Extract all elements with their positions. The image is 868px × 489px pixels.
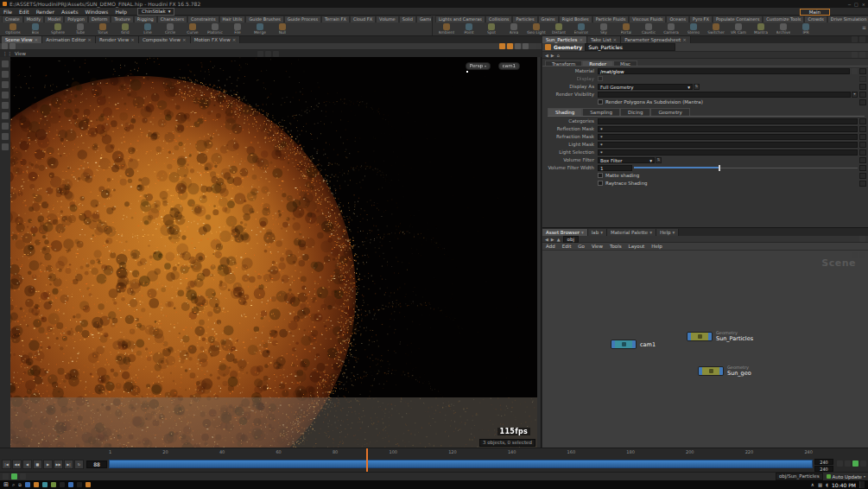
render-visibility-field[interactable] (598, 92, 851, 98)
shelf-tab[interactable]: Populate Containers (713, 16, 763, 22)
shelf-tool[interactable]: Archive (772, 22, 795, 36)
parm-menu-icon[interactable] (859, 165, 866, 171)
chevron-down-icon[interactable]: ▾ (852, 92, 858, 98)
shelf-tool[interactable]: Curve (181, 22, 204, 36)
message-log-icon[interactable] (3, 473, 9, 479)
shelf-tool[interactable]: Environ (570, 22, 592, 36)
shelf-tool[interactable]: Camera (660, 22, 682, 36)
transport-button[interactable]: ◀◀ (12, 460, 22, 469)
network-path[interactable]: obj (563, 236, 579, 243)
pane-tab[interactable]: Scene View× (2, 36, 42, 43)
notification-center-icon[interactable] (859, 481, 865, 488)
network-node[interactable]: Geometry Sun_Particles (687, 332, 790, 344)
shelf-tool[interactable]: Spot (480, 22, 503, 36)
shelf-tab[interactable]: Guide Process (284, 16, 321, 22)
parameter-field[interactable]: * (598, 134, 858, 140)
parm-menu-icon[interactable] (859, 84, 866, 90)
parameter-tab[interactable]: Misc (613, 60, 637, 66)
shelf-tool[interactable]: Geo Light (525, 22, 548, 36)
transport-button[interactable]: ▶ (43, 460, 53, 469)
shelf-tool[interactable]: Sphere (47, 22, 69, 36)
transport-button[interactable]: ■ (33, 460, 42, 469)
close-icon[interactable]: × (182, 36, 187, 43)
current-frame-marker[interactable] (366, 448, 368, 473)
shelf-tab[interactable]: Cloud FX (350, 16, 376, 22)
shelf-tab[interactable]: Drive Simulation (827, 16, 868, 22)
tray-expand-icon[interactable]: ∧ (811, 482, 814, 487)
pane-tab[interactable]: Motion FX View× (191, 36, 241, 43)
shelf-tab[interactable]: Modify (23, 16, 45, 22)
network-tab[interactable]: lab▾ (588, 229, 607, 236)
viewport-tool-icon[interactable] (2, 143, 9, 150)
shelf-tab[interactable]: Solid (399, 16, 416, 22)
pane-tab[interactable]: Take List× (587, 36, 621, 43)
node-body[interactable] (702, 367, 719, 375)
main-desktop-button[interactable]: Main (800, 9, 830, 16)
shelf-tool[interactable]: Ambient (435, 22, 458, 36)
close-icon[interactable]: × (130, 36, 135, 43)
task-view-icon[interactable]: ⧉ (18, 482, 22, 488)
forward-icon[interactable]: ▶ (551, 237, 554, 242)
shelf-tool[interactable]: Sky (592, 22, 615, 36)
viewport[interactable]: Persp▾ cam1 115fps 3 objects, 0 selected (10, 57, 537, 448)
up-icon[interactable]: ▲ (557, 237, 561, 242)
close-icon[interactable]: × (35, 36, 39, 43)
menu-render[interactable]: Render (33, 8, 58, 16)
volume-filter-width-field[interactable]: 1 (598, 165, 632, 171)
grid-snap-icon[interactable] (852, 252, 858, 258)
shelf-tab[interactable]: Particle Fluids (592, 16, 630, 22)
viewport-tool-icon[interactable] (2, 60, 9, 67)
shelf-tool[interactable]: Options (2, 22, 24, 36)
shelf-tab[interactable]: Lights and Cameras (435, 16, 485, 22)
parameter-field[interactable]: * (598, 126, 858, 132)
shelf-tool[interactable]: Area (503, 22, 525, 36)
drag-handle-icon[interactable]: ⋮⋮ (3, 51, 12, 56)
camera-view-button[interactable]: cam1 (498, 62, 520, 70)
menu-edit[interactable]: Edit (16, 8, 33, 16)
matte-checkbox[interactable] (598, 173, 603, 178)
layout-split-icon[interactable] (273, 51, 279, 57)
pane-tab[interactable]: Sun_Particles× (542, 36, 587, 43)
update-mode-selector[interactable]: Auto Update ▾ (827, 474, 865, 479)
transport-button[interactable]: ▶▶ (54, 460, 63, 469)
viewport-tool-icon[interactable] (2, 102, 9, 109)
app-icon[interactable] (34, 482, 39, 487)
pane-tab[interactable]: Render View× (96, 36, 139, 43)
raytrace-checkbox[interactable] (598, 181, 603, 186)
highlight-toggle-icon[interactable] (499, 43, 505, 49)
shelf-tab[interactable]: Model (44, 16, 64, 22)
search-icon[interactable]: ⌕ (12, 481, 15, 488)
back-icon[interactable]: ◀ (545, 237, 548, 242)
close-icon[interactable]: × (232, 36, 237, 43)
network-menu-item[interactable]: Tools (606, 244, 625, 249)
viewport-tool-icon[interactable] (2, 123, 9, 130)
parm-menu-icon[interactable] (859, 68, 866, 74)
shelf-tab[interactable]: Texture (111, 16, 133, 22)
camera-menu-icon[interactable] (10, 43, 16, 49)
app-icon[interactable] (51, 482, 56, 487)
parm-menu-icon[interactable] (859, 149, 866, 156)
desktop-selector[interactable]: ChinStilak▾ (137, 8, 174, 16)
network-menu-item[interactable]: Layout (625, 244, 649, 249)
subtab[interactable]: Sampling (582, 108, 620, 116)
layout-quad-icon[interactable] (265, 51, 271, 57)
viewport-tool-icon[interactable] (2, 133, 9, 140)
menu-file[interactable]: File (0, 8, 16, 16)
shelf-tool[interactable]: Stereo (682, 22, 705, 36)
snapshot-icon[interactable] (17, 43, 23, 49)
maximize-icon[interactable]: □ (854, 2, 858, 7)
subtab[interactable]: Shading (548, 108, 582, 116)
shelf-tab[interactable]: Customize Tools (763, 16, 804, 22)
shelf-tab[interactable]: Create (2, 16, 23, 22)
playbar-track[interactable] (109, 460, 813, 468)
close-icon[interactable]: × (87, 36, 92, 43)
shelf-tab[interactable]: Hair Utils (219, 16, 246, 22)
network-menu-item[interactable]: Help (648, 244, 666, 249)
app-icon[interactable] (68, 482, 73, 487)
parameter-field[interactable] (598, 118, 858, 124)
parm-menu-icon[interactable] (859, 134, 866, 140)
close-icon[interactable]: × (682, 36, 687, 43)
home-icon[interactable]: ⌂ (557, 53, 560, 58)
parm-menu-icon[interactable] (859, 157, 866, 163)
app-icon[interactable] (86, 482, 91, 487)
